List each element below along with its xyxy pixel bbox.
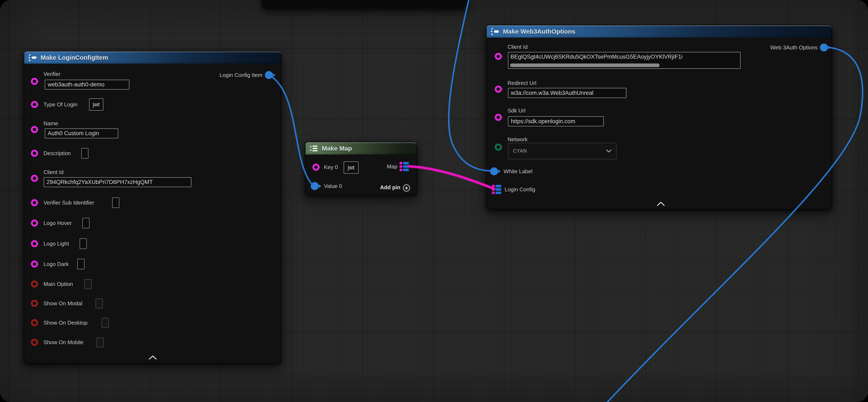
client-id-input[interactable]: 294QRkchfq2YaXUbPri7D6PH7xzHgQMT: [44, 177, 191, 187]
pin-logo-dark[interactable]: [31, 260, 38, 268]
collapse-node-chevron-icon[interactable]: [657, 201, 665, 206]
pin-label-main-option: Main Option: [43, 281, 73, 287]
output-label-web3auth-options: Web 3Auth Options: [770, 45, 817, 51]
output-label-login-config-item: Login Config Item: [219, 72, 262, 79]
pin-client-id[interactable]: [31, 175, 38, 182]
pin-label-redirect-url: Redirect Url: [507, 80, 536, 86]
node-title: Make Map: [322, 145, 352, 152]
node-title: Make Web3AuthOptions: [503, 28, 575, 35]
add-pin-button[interactable]: +: [403, 184, 410, 192]
node-header-make-web3authoptions[interactable]: Make Web3AuthOptions: [487, 25, 832, 38]
pin-value-0[interactable]: [311, 182, 319, 190]
key-0-input[interactable]: jwt: [344, 162, 359, 174]
pin-label-login-config: Login Config: [504, 186, 535, 193]
pin-show-on-desktop[interactable]: [31, 319, 38, 326]
node-make-map[interactable]: Make Map Key 0 jwt Value 0 Map Add pin +: [305, 142, 417, 195]
pin-label-logo-light: Logo Light: [43, 240, 69, 247]
verifier-sub-identifier-input[interactable]: [112, 197, 119, 208]
pin-label-verifier-sub-identifier: Verifier Sub Identifier: [43, 200, 94, 206]
pin-client-id[interactable]: [495, 53, 502, 60]
client-id-input[interactable]: BEglQSgt4cUWcj6SKRdu5QkOXTsePmMcusG5EAoy…: [508, 52, 741, 69]
network-dropdown[interactable]: CYAN: [508, 143, 617, 160]
make-struct-icon: [28, 53, 37, 62]
add-pin-label: Add pin: [380, 184, 400, 191]
chevron-down-icon: [606, 149, 612, 153]
make-map-icon: [310, 144, 318, 153]
pin-redirect-url[interactable]: [495, 86, 502, 93]
pin-output-web3auth-options[interactable]: [820, 44, 828, 52]
node-title: Make LoginConfigItem: [40, 54, 108, 61]
pin-show-on-modal[interactable]: [31, 300, 38, 307]
verifier-input[interactable]: web3auth-auth0-demo: [45, 80, 129, 90]
pin-label-show-on-desktop: Show On Desktop: [43, 320, 88, 326]
pin-show-on-mobile[interactable]: [31, 339, 38, 346]
pin-verifier[interactable]: [31, 78, 38, 85]
main-option-checkbox[interactable]: [85, 279, 92, 289]
pin-key-0[interactable]: [312, 164, 319, 171]
pin-white-label[interactable]: [490, 167, 498, 175]
type-of-login-input[interactable]: jwt: [89, 98, 103, 111]
pin-logo-light[interactable]: [31, 240, 38, 247]
node-make-loginconfigitem[interactable]: Make LoginConfigItem Login Config Item V…: [24, 51, 281, 364]
name-input[interactable]: Auth0 Custom Login: [45, 128, 118, 138]
pin-type-of-login[interactable]: [31, 101, 38, 108]
pin-label-value-0: Value 0: [324, 183, 342, 190]
pin-logo-hover[interactable]: [31, 220, 38, 227]
pin-login-config[interactable]: [492, 185, 501, 194]
show-on-modal-checkbox[interactable]: [96, 298, 103, 309]
show-on-desktop-checkbox[interactable]: [102, 318, 109, 328]
description-input[interactable]: [81, 148, 88, 159]
client-id-value: BEglQSgt4cUWcj6SKRdu5QkOXTsePmMcusG5EAoy…: [510, 54, 739, 60]
pin-sdk-url[interactable]: [495, 114, 502, 121]
logo-dark-input[interactable]: [77, 259, 85, 269]
pin-label-client-id: Client Id: [507, 44, 527, 50]
pin-label-key-0: Key 0: [324, 164, 338, 171]
pin-label-verifier: Verifier: [43, 71, 61, 77]
pin-output-map[interactable]: [400, 162, 409, 171]
logo-light-input[interactable]: [80, 238, 87, 249]
sdk-url-input[interactable]: https://sdk.openlogin.com: [508, 116, 604, 126]
blueprint-graph-canvas[interactable]: Make LoginConfigItem Login Config Item V…: [0, 0, 868, 402]
pin-label-type-of-login: Type Of Login: [43, 101, 78, 108]
pin-description[interactable]: [31, 150, 38, 157]
offscreen-node-bottom-edge[interactable]: [261, 0, 468, 9]
pin-label-sdk-url: Sdk Url: [507, 108, 525, 114]
pin-label-name: Name: [43, 120, 58, 127]
node-header-make-loginconfigitem[interactable]: Make LoginConfigItem: [24, 52, 281, 64]
pin-output-login-config-item[interactable]: [265, 71, 273, 79]
pin-network[interactable]: [495, 144, 502, 151]
wire-map-to-login-config: [409, 166, 494, 189]
collapse-node-chevron-icon[interactable]: [149, 355, 157, 360]
pin-label-network: Network: [507, 136, 527, 143]
network-selected-value: CYAN: [513, 148, 527, 154]
pin-main-option[interactable]: [31, 281, 38, 288]
pin-label-white-label: White Label: [503, 168, 532, 175]
show-on-mobile-checkbox[interactable]: [97, 338, 104, 347]
client-id-scrollbar[interactable]: [510, 63, 660, 67]
pin-verifier-sub-identifier[interactable]: [31, 199, 38, 206]
pin-label-logo-dark: Logo Dark: [43, 261, 69, 267]
pin-label-show-on-mobile: Show On Mobile: [43, 339, 84, 346]
pin-label-description: Description: [43, 150, 71, 156]
pin-name[interactable]: [31, 126, 38, 133]
pin-label-client-id: Client Id: [43, 169, 63, 176]
logo-hover-input[interactable]: [82, 218, 90, 228]
pin-label-logo-hover: Logo Hover: [43, 220, 72, 226]
wire-map-glow: [409, 166, 494, 189]
output-label-map: Map: [387, 163, 398, 170]
node-header-make-map[interactable]: Make Map: [305, 142, 416, 154]
pin-label-show-on-modal: Show On Modal: [43, 300, 82, 307]
node-make-web3authoptions[interactable]: Make Web3AuthOptions Web 3Auth Options C…: [486, 25, 832, 209]
redirect-url-input[interactable]: w3a://com.w3a.Web3AuthUnreal: [508, 88, 626, 98]
make-struct-icon: [491, 27, 500, 36]
